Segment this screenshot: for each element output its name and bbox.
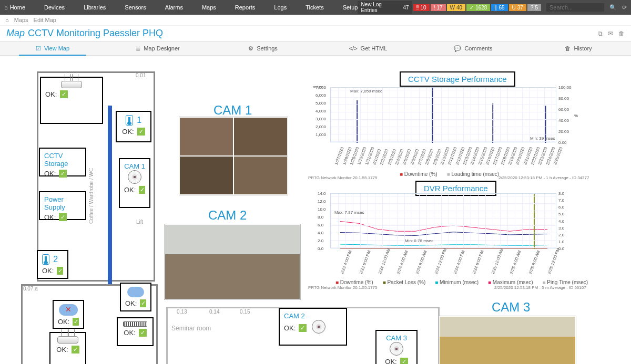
tab-get-html[interactable]: </>Get HTML <box>316 41 421 55</box>
nav-maps[interactable]: Maps <box>202 4 216 11</box>
wardrobe-label: Coffee / Wardrobe / WC <box>88 155 94 224</box>
nav-home[interactable]: ⌂Home <box>4 4 25 11</box>
tab-comments[interactable]: 💬Comments <box>421 41 526 55</box>
nav-alarms[interactable]: Alarms <box>165 4 183 11</box>
mail-icon[interactable]: ✉ <box>608 30 613 37</box>
tab-strip: ☑View Map ≣Map Designer ⚙Settings </>Get… <box>0 41 631 56</box>
cam3-device-box[interactable]: CAM 3 OK: <box>375 330 418 364</box>
popup-icon[interactable]: ⧉ <box>598 30 603 37</box>
chart-grid <box>331 88 556 142</box>
ok-label: OK: <box>56 346 68 353</box>
cam2-title: CAM 2 <box>208 208 247 223</box>
nav-devices[interactable]: Devices <box>44 4 65 11</box>
chart2-max: Max: 7.87 msec <box>334 210 364 215</box>
tab-view-map[interactable]: ☑View Map <box>0 41 105 55</box>
check-icon <box>73 318 79 326</box>
cctv-storage-label: CCTV Storage <box>44 152 81 168</box>
router-ok-box[interactable]: OK: <box>120 283 151 311</box>
switch-box[interactable]: OK: <box>117 317 154 346</box>
ok-label: OK: <box>44 213 56 221</box>
status-down-badge[interactable]: ‼ 10 <box>413 4 430 11</box>
power-supply-box[interactable]: Power Supply OK: <box>39 191 86 220</box>
room-001: 0.01 <box>136 72 146 78</box>
refresh-icon[interactable]: ⟳ <box>622 4 627 11</box>
chart2-legend: Downtime (%) Packet Loss (%) Minimum (ms… <box>335 279 588 285</box>
check-icon <box>139 329 147 337</box>
chart1-legend: Downtime (%) Loading time (msec) <box>400 171 499 177</box>
switch-icon <box>123 321 147 327</box>
blue-conduit <box>108 106 112 284</box>
power-label: Power Supply <box>44 195 81 211</box>
tab-settings[interactable]: ⚙Settings <box>210 41 316 55</box>
code-icon: </> <box>349 45 358 51</box>
check-icon: ☑ <box>36 45 41 52</box>
temp-box-1[interactable]: 1 OK: <box>116 111 151 142</box>
cam3-title: CAM 3 <box>492 300 530 315</box>
search-icon[interactable]: 🔍 <box>609 4 617 11</box>
nav-libraries[interactable]: Libraries <box>84 4 106 11</box>
ap-box-2[interactable]: OK: <box>49 332 86 364</box>
breadcrumb-maps[interactable]: Maps <box>14 17 28 23</box>
cam3-dev-label: CAM 3 <box>381 334 412 342</box>
status-unknown-badge[interactable]: ? 5 <box>527 4 541 11</box>
temp-box-2[interactable]: 2 OK: <box>37 250 68 279</box>
tab-map-designer[interactable]: ≣Map Designer <box>105 41 210 55</box>
cam2-feed[interactable] <box>164 224 301 300</box>
check-icon <box>57 267 63 275</box>
chart1-min: Min: 39 msec <box>530 136 555 141</box>
status-up-badge[interactable]: ✓ 1628 <box>466 4 490 11</box>
router-icon <box>127 287 144 297</box>
chart1-y2label: % <box>574 113 578 118</box>
temp1-label: 1 <box>137 116 141 124</box>
status-warn2-badge[interactable]: W 40 <box>447 4 466 11</box>
nav-setup[interactable]: Setup <box>343 4 358 11</box>
nav-reports[interactable]: Reports <box>235 4 256 11</box>
status-unusual-badge[interactable]: U 37 <box>509 4 526 11</box>
chart1-area[interactable] <box>330 87 556 142</box>
nav-tickets[interactable]: Tickets <box>306 4 323 11</box>
chart2-footer: PRTG Network Monitor 20.1.55.1775 <box>308 285 377 290</box>
cam1-device-box[interactable]: CAM 1 OK: <box>119 158 150 208</box>
designer-icon: ≣ <box>136 45 140 52</box>
check-icon <box>59 213 67 221</box>
breadcrumb-editmap[interactable]: Edit Map <box>34 17 56 23</box>
search-input[interactable] <box>546 3 604 12</box>
camera-icon <box>128 170 141 184</box>
chart1-footer-r: 2/25/2020 12:53:18 PM - 1 h Average - ID… <box>498 175 589 180</box>
router-icon <box>57 336 78 344</box>
cam3-feed[interactable] <box>439 316 576 364</box>
ok-label: OK: <box>122 128 134 136</box>
check-icon <box>140 299 146 307</box>
router-down-icon <box>59 304 78 316</box>
temp2-label: 2 <box>53 255 58 264</box>
check-icon <box>299 324 307 332</box>
chart1-max: Max: 7,059 msec <box>350 89 382 93</box>
cam2-device-box[interactable]: CAM 2 OK: <box>279 308 347 346</box>
chart2-area[interactable] <box>330 193 556 248</box>
nav-sensors[interactable]: Sensors <box>125 4 146 11</box>
home-icon: ⌂ <box>4 4 8 11</box>
status-paused-badge[interactable]: ‖ 65 <box>491 4 507 11</box>
tab-history[interactable]: 🗑History <box>526 41 631 55</box>
chat-icon: 💬 <box>454 45 461 52</box>
thermometer-icon <box>126 115 133 126</box>
delete-icon[interactable]: 🗑 <box>618 30 625 37</box>
router-down-box[interactable]: OK: <box>53 300 84 329</box>
history-icon: 🗑 <box>565 45 571 51</box>
title-prefix: Map <box>6 28 25 39</box>
status-warn1-badge[interactable]: ! 17 <box>431 4 446 11</box>
map-canvas[interactable]: 0.01 Coffee / Wardrobe / WC Lift OK: 1 O… <box>0 56 631 364</box>
cctv-storage-box[interactable]: CCTV Storage OK: <box>39 148 86 176</box>
check-icon <box>139 186 145 194</box>
breadcrumb-home-icon[interactable]: ⌂ <box>5 17 9 23</box>
nav-logs[interactable]: Logs <box>274 4 287 11</box>
top-navbar: ⌂Home Devices Libraries Sensors Alarms M… <box>0 0 631 15</box>
ap-box-1[interactable]: OK: <box>40 77 103 124</box>
breadcrumb: ⌂ Maps Edit Map <box>0 15 631 26</box>
chart1-title: CCTV Storage Performance <box>400 71 515 87</box>
ok-label: OK: <box>125 299 137 307</box>
cam1-feed[interactable] <box>179 117 288 195</box>
new-log-badge[interactable]: New Log Entries 47 <box>358 1 412 14</box>
ok-label: OK: <box>44 170 56 178</box>
chart2-min: Min: 0.78 msec <box>405 238 433 243</box>
